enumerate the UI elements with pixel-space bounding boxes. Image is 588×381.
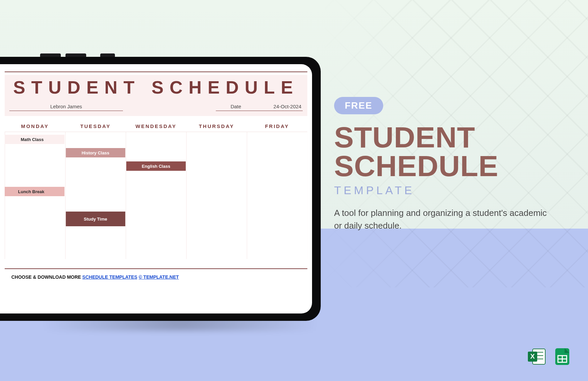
date-label: Date bbox=[216, 104, 256, 111]
meta-row: Lebron James Date 24-Oct-2024 bbox=[9, 104, 303, 111]
promo-description: A tool for planning and organizing a stu… bbox=[334, 207, 548, 232]
tablet-hardware-buttons bbox=[40, 53, 115, 57]
document-footer: CHOOSE & DOWNLOAD MORE SCHEDULE TEMPLATE… bbox=[5, 274, 307, 280]
day-header: TUESDAY bbox=[65, 123, 126, 129]
document-title: STUDENT SCHEDULE bbox=[7, 77, 305, 98]
schedule-grid: MONDAY TUESDAY WENDESDAY THURSDAY FRIDAY… bbox=[5, 121, 307, 259]
day-header-row: MONDAY TUESDAY WENDESDAY THURSDAY FRIDAY bbox=[5, 121, 307, 132]
free-badge: FREE bbox=[334, 97, 383, 114]
block-math: Math Class bbox=[5, 135, 64, 144]
day-header: WENDESDAY bbox=[126, 123, 186, 129]
rule-top bbox=[5, 72, 307, 72]
promo-heading-line1: STUDENT bbox=[334, 121, 475, 154]
schedule-document: STUDENT SCHEDULE Lebron James Date 24-Oc… bbox=[0, 64, 312, 313]
svg-text:X: X bbox=[530, 353, 535, 360]
tablet-screen: STUDENT SCHEDULE Lebron James Date 24-Oc… bbox=[0, 64, 312, 313]
block-lunch: Lunch Break bbox=[5, 187, 64, 196]
day-header: FRIDAY bbox=[247, 123, 307, 129]
google-sheets-icon[interactable] bbox=[553, 347, 572, 366]
day-header: THURSDAY bbox=[186, 123, 247, 129]
block-english: English Class bbox=[126, 161, 186, 171]
title-band: STUDENT SCHEDULE Lebron James Date 24-Oc… bbox=[5, 75, 307, 116]
promo-panel: FREE STUDENT SCHEDULE TEMPLATE A tool fo… bbox=[334, 97, 548, 232]
promo-subheading: TEMPLATE bbox=[334, 184, 548, 197]
footer-link-site[interactable]: © TEMPLATE.NET bbox=[139, 274, 179, 280]
promo-heading-line2: SCHEDULE bbox=[334, 149, 498, 182]
student-name: Lebron James bbox=[9, 104, 123, 111]
block-history: History Class bbox=[66, 148, 125, 157]
block-study: Study Time bbox=[66, 212, 125, 226]
excel-icon[interactable]: X bbox=[527, 347, 547, 366]
day-header: MONDAY bbox=[5, 123, 65, 129]
schedule-grid-body: Math Class History Class English Class L… bbox=[5, 132, 307, 259]
footer-link-templates[interactable]: SCHEDULE TEMPLATES bbox=[82, 274, 137, 280]
promo-heading: STUDENT SCHEDULE bbox=[334, 123, 548, 180]
footer-text: CHOOSE & DOWNLOAD MORE bbox=[11, 274, 82, 280]
file-format-icons: X bbox=[527, 347, 572, 366]
rule-bottom bbox=[5, 268, 307, 269]
marketing-canvas: STUDENT SCHEDULE Lebron James Date 24-Oc… bbox=[0, 0, 588, 381]
tablet-device: STUDENT SCHEDULE Lebron James Date 24-Oc… bbox=[0, 57, 321, 321]
date-value: 24-Oct-2024 bbox=[256, 104, 303, 111]
